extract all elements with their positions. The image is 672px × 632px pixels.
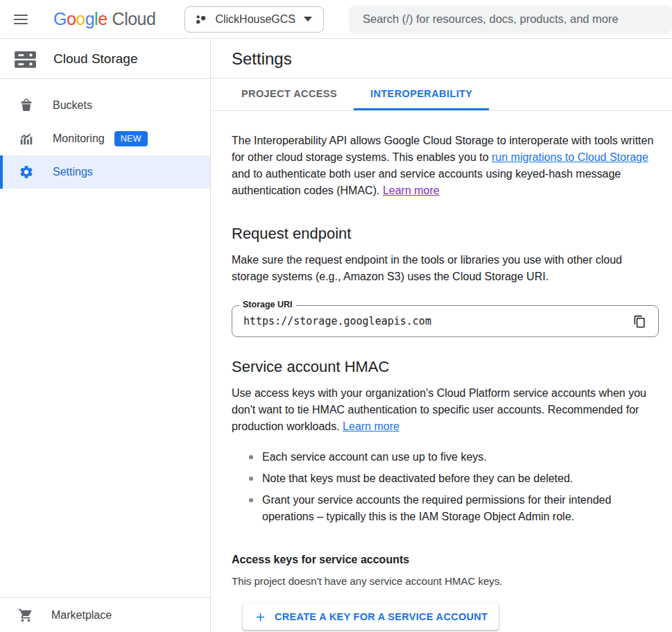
copy-button[interactable]: [625, 307, 654, 336]
sidebar-item-label: Buckets: [53, 99, 92, 112]
tab-project-access[interactable]: PROJECT ACCESS: [225, 78, 354, 110]
google-logo-brand: Google: [53, 9, 107, 29]
sidebar-item-label: Monitoring: [53, 133, 105, 145]
sidebar-item-buckets[interactable]: Buckets: [0, 89, 210, 122]
top-app-bar: Google Cloud ClickHouseGCS: [0, 0, 672, 39]
monitoring-chart-icon: [18, 130, 35, 147]
main-content: Settings PROJECT ACCESS INTEROPERABILITY…: [212, 40, 672, 632]
global-search[interactable]: [349, 6, 672, 33]
list-item: Each service account can use up to five …: [241, 449, 657, 466]
sidebar-item-label: Marketplace: [51, 609, 112, 622]
google-cloud-logo[interactable]: Google Cloud: [53, 9, 155, 29]
sidebar-item-settings[interactable]: Settings: [0, 155, 210, 189]
list-item: Grant your service accounts the required…: [241, 492, 657, 525]
hmac-learn-more-link[interactable]: Learn more: [343, 420, 399, 432]
hmac-bullet-list: Each service account can use up to five …: [241, 449, 657, 525]
storage-uri-field-wrap: Storage URI: [232, 305, 659, 337]
sidebar-item-monitoring[interactable]: Monitoring NEW: [0, 122, 210, 155]
intro-paragraph: The Interoperability API allows Google C…: [232, 133, 658, 199]
hmac-text: Use access keys with your organization's…: [232, 387, 646, 432]
settings-tabs: PROJECT ACCESS INTEROPERABILITY: [212, 78, 672, 111]
request-endpoint-heading: Request endpoint: [232, 225, 658, 243]
sidebar-product-header: Cloud Storage: [0, 40, 210, 79]
sidebar-product-title: Cloud Storage: [53, 51, 137, 67]
intro-learn-more-link[interactable]: Learn more: [383, 185, 440, 196]
logo-suffix: Cloud: [112, 9, 156, 29]
hmac-paragraph: Use access keys with your organization's…: [232, 385, 658, 435]
sidebar: Cloud Storage Buckets: [0, 40, 211, 632]
bucket-icon: [18, 97, 35, 114]
create-key-button-label: CREATE A KEY FOR A SERVICE ACCOUNT: [275, 611, 488, 622]
menu-icon[interactable]: [8, 3, 34, 36]
sidebar-item-marketplace[interactable]: Marketplace: [0, 597, 210, 632]
service-account-hmac-heading: Service account HMAC: [232, 358, 658, 376]
plus-icon: [254, 610, 267, 624]
tab-interoperability[interactable]: INTEROPERABILITY: [354, 78, 489, 110]
access-keys-heading: Access keys for service accounts: [232, 554, 658, 566]
copy-icon: [633, 315, 646, 328]
cloud-storage-product-icon: [12, 46, 38, 72]
project-selector[interactable]: ClickHouseGCS: [184, 6, 324, 33]
sidebar-item-label: Settings: [53, 166, 93, 178]
storage-uri-input[interactable]: [243, 315, 625, 327]
run-migrations-link[interactable]: run migrations to Cloud Storage: [492, 151, 648, 163]
storage-uri-label: Storage URI: [239, 300, 296, 309]
project-name: ClickHouseGCS: [215, 13, 295, 26]
project-picker-icon: [195, 14, 207, 25]
search-input[interactable]: [363, 12, 658, 26]
chevron-down-icon: [304, 17, 312, 22]
request-endpoint-text: Make sure the request endpoint in the to…: [232, 252, 658, 285]
new-badge: NEW: [114, 131, 148, 146]
access-keys-empty-text: This project doesn't have any service ac…: [232, 575, 658, 587]
list-item: Note that keys must be deactivated befor…: [241, 470, 657, 487]
gear-icon: [18, 164, 35, 180]
marketplace-cart-icon: [18, 608, 33, 623]
create-key-button[interactable]: CREATE A KEY FOR A SERVICE ACCOUNT: [243, 604, 499, 630]
page-title: Settings: [232, 49, 292, 69]
